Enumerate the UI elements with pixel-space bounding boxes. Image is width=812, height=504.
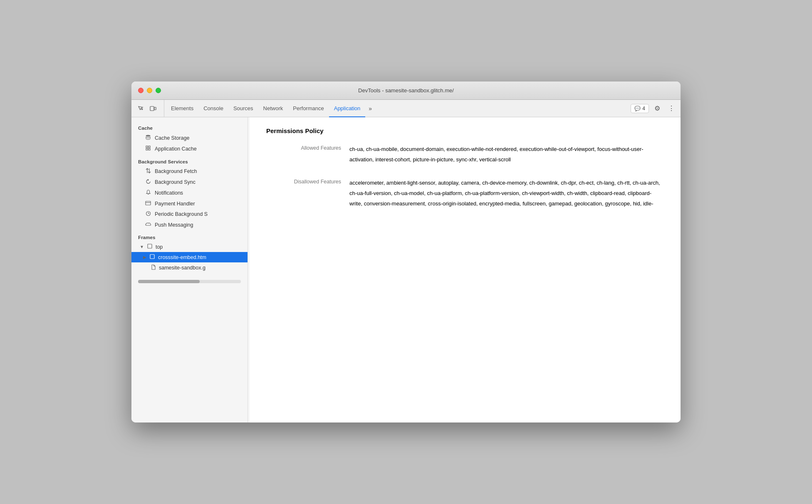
issues-badge[interactable]: 💬 4 [631, 104, 649, 113]
frame-top[interactable]: ▼ top [131, 242, 248, 252]
tab-performance[interactable]: Performance [288, 100, 329, 117]
background-sync-label: Background Sync [155, 179, 196, 185]
tab-list: Elements Console Sources Network Perform… [166, 100, 627, 117]
svg-rect-9 [146, 201, 151, 205]
sidebar-item-background-fetch[interactable]: Background Fetch [131, 166, 248, 177]
disallowed-features-label: Disallowed Features [266, 178, 341, 209]
application-cache-label: Application Cache [155, 146, 197, 152]
frame-icon [146, 244, 153, 250]
svg-rect-0 [150, 106, 154, 111]
svg-rect-6 [149, 148, 150, 150]
title-bar: DevTools - samesite-sandbox.glitch.me/ [131, 82, 681, 100]
sidebar-item-periodic-background[interactable]: Periodic Background S [131, 209, 248, 220]
devtools-window: DevTools - samesite-sandbox.glitch.me/ E… [131, 82, 681, 422]
sidebar-item-background-sync[interactable]: Background Sync [131, 177, 248, 188]
database-icon [145, 134, 151, 141]
sidebar-item-notifications[interactable]: Notifications [131, 188, 248, 198]
cloud-icon [145, 222, 151, 228]
tab-console[interactable]: Console [198, 100, 228, 117]
tab-sources[interactable]: Sources [228, 100, 258, 117]
svg-point-2 [146, 135, 150, 136]
svg-rect-15 [150, 254, 154, 259]
clock-icon [145, 211, 151, 217]
svg-rect-4 [149, 146, 150, 148]
frame-page-icon [149, 254, 156, 260]
inspect-icon[interactable] [135, 103, 146, 114]
issues-icon: 💬 [634, 106, 641, 111]
close-button[interactable] [138, 88, 144, 93]
sidebar-item-cache-storage[interactable]: Cache Storage [131, 132, 248, 143]
svg-rect-3 [146, 146, 148, 148]
samesite-label: samesite-sandbox.g [159, 265, 205, 271]
sidebar-scrollbar[interactable] [138, 280, 241, 283]
crosssite-label: crosssite-embed.htm [158, 254, 206, 260]
card-icon [145, 200, 151, 207]
payment-handler-label: Payment Handler [155, 201, 195, 207]
sidebar-item-push-messaging[interactable]: Push Messaging [131, 220, 248, 230]
sidebar-scrollbar-thumb [138, 280, 200, 283]
disallowed-features-value: accelerometer, ambient-light-sensor, aut… [349, 178, 664, 209]
push-messaging-label: Push Messaging [155, 222, 193, 228]
frame-top-label: top [156, 244, 163, 250]
cache-section-label: Cache [131, 121, 248, 132]
sidebar-item-application-cache[interactable]: Application Cache [131, 143, 248, 154]
toolbar: Elements Console Sources Network Perform… [131, 100, 681, 117]
allowed-features-row: Allowed Features ch-ua, ch-ua-mobile, do… [266, 144, 664, 165]
notifications-label: Notifications [155, 190, 183, 196]
grid-icon [145, 146, 151, 152]
svg-rect-5 [146, 148, 148, 150]
maximize-button[interactable] [156, 88, 161, 93]
allowed-features-value: ch-ua, ch-ua-mobile, document-domain, ex… [349, 144, 664, 165]
minimize-button[interactable] [147, 88, 152, 93]
chevron-down-icon: ▼ [140, 245, 144, 249]
background-fetch-label: Background Fetch [155, 168, 197, 174]
more-options-icon[interactable]: ⋮ [666, 103, 677, 114]
frame-item-crosssite[interactable]: ▶ crosssite-embed.htm [131, 252, 248, 262]
device-icon[interactable] [147, 103, 159, 114]
chevron-right-icon: ▶ [143, 255, 146, 259]
toolbar-icon-group [135, 100, 164, 117]
background-services-label: Background Services [131, 154, 248, 166]
tab-network[interactable]: Network [258, 100, 288, 117]
toolbar-right: 💬 4 ⚙ ⋮ [627, 100, 677, 117]
main-content: Cache Cache Storage [131, 117, 681, 422]
window-title: DevTools - samesite-sandbox.glitch.me/ [358, 87, 454, 94]
panel-title: Permissions Policy [266, 127, 664, 134]
right-panel: Permissions Policy Allowed Features ch-u… [250, 117, 681, 422]
more-tabs-button[interactable]: » [365, 100, 375, 117]
allowed-features-label: Allowed Features [266, 144, 341, 165]
periodic-background-label: Periodic Background S [155, 211, 208, 217]
sidebar: Cache Cache Storage [131, 117, 248, 422]
cache-storage-label: Cache Storage [155, 135, 189, 141]
settings-icon[interactable]: ⚙ [651, 103, 663, 114]
traffic-lights [138, 88, 161, 93]
svg-rect-14 [148, 244, 152, 248]
tab-application[interactable]: Application [329, 100, 366, 117]
frame-item-samesite[interactable]: samesite-sandbox.g [131, 262, 248, 273]
svg-rect-1 [154, 107, 156, 110]
tab-elements[interactable]: Elements [166, 100, 198, 117]
sidebar-item-payment-handler[interactable]: Payment Handler [131, 198, 248, 209]
bell-icon [145, 190, 151, 196]
sync-icon [145, 179, 151, 185]
file-icon [150, 264, 156, 271]
disallowed-features-row: Disallowed Features accelerometer, ambie… [266, 178, 664, 209]
frames-section-label: Frames [131, 230, 248, 242]
arrow-updown-icon [145, 168, 151, 175]
